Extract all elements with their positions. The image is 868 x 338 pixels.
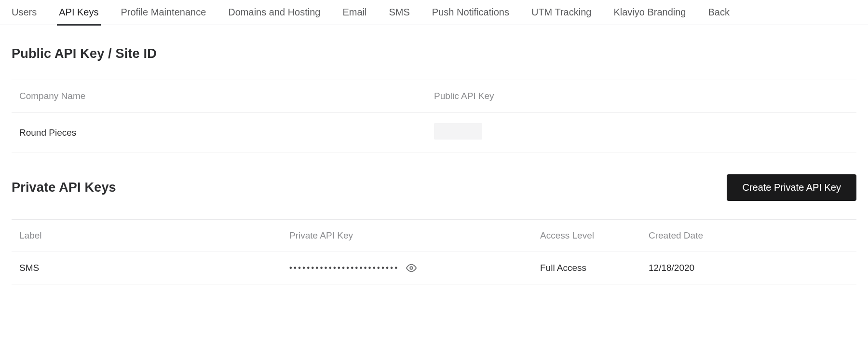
tab-push-notifications[interactable]: Push Notifications	[432, 0, 509, 25]
settings-tabs: Users API Keys Profile Maintenance Domai…	[0, 0, 868, 25]
public-api-key-value	[434, 123, 849, 142]
private-api-key-cell: •••••••••••••••••••••••••	[289, 263, 540, 273]
table-row: SMS ••••••••••••••••••••••••• Full Acces…	[12, 252, 856, 284]
tab-profile-maintenance[interactable]: Profile Maintenance	[121, 0, 206, 25]
col-private-api-key: Private API Key	[289, 230, 540, 241]
tab-back[interactable]: Back	[708, 0, 730, 25]
tab-domains-hosting[interactable]: Domains and Hosting	[228, 0, 320, 25]
create-private-api-key-button[interactable]: Create Private API Key	[727, 174, 856, 201]
redacted-key-icon	[434, 123, 482, 140]
table-header: Label Private API Key Access Level Creat…	[12, 219, 856, 252]
tab-utm-tracking[interactable]: UTM Tracking	[531, 0, 591, 25]
tab-klaviyo-branding[interactable]: Klaviyo Branding	[613, 0, 686, 25]
tab-email[interactable]: Email	[343, 0, 367, 25]
private-api-keys-section: Private API Keys Create Private API Key …	[0, 153, 868, 284]
tab-users[interactable]: Users	[12, 0, 37, 25]
created-date-value: 12/18/2020	[649, 263, 849, 273]
public-api-key-table: Company Name Public API Key Round Pieces	[12, 80, 856, 153]
private-api-keys-title: Private API Keys	[12, 180, 116, 195]
private-api-keys-table: Label Private API Key Access Level Creat…	[12, 219, 856, 284]
access-level-value: Full Access	[540, 263, 649, 273]
svg-point-0	[410, 267, 413, 269]
eye-icon[interactable]	[406, 263, 417, 273]
table-header: Company Name Public API Key	[12, 80, 856, 113]
masked-key-value: •••••••••••••••••••••••••	[289, 264, 399, 272]
company-name-value: Round Pieces	[19, 127, 434, 138]
col-company-name: Company Name	[19, 91, 434, 101]
col-public-api-key: Public API Key	[434, 91, 849, 101]
public-api-key-section: Public API Key / Site ID Company Name Pu…	[0, 25, 868, 153]
tab-api-keys[interactable]: API Keys	[59, 0, 98, 25]
col-access-level: Access Level	[540, 230, 649, 241]
key-label-value: SMS	[19, 263, 289, 273]
table-row: Round Pieces	[12, 113, 856, 153]
public-api-key-title: Public API Key / Site ID	[12, 46, 157, 61]
col-label: Label	[19, 230, 289, 241]
col-created-date: Created Date	[649, 230, 849, 241]
tab-sms[interactable]: SMS	[389, 0, 410, 25]
